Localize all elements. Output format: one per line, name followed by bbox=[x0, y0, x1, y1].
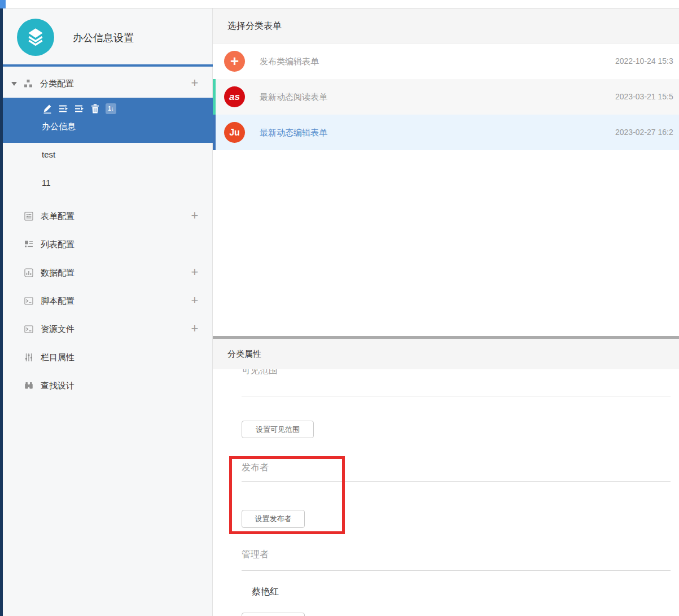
trash-icon[interactable] bbox=[90, 103, 100, 114]
set-publisher-button[interactable]: 设置发布者 bbox=[242, 510, 305, 528]
tree-item-label: 栏目属性 bbox=[41, 352, 75, 363]
list-icon bbox=[24, 240, 33, 249]
add-category-button[interactable]: + bbox=[185, 73, 205, 94]
sidebar-item-test[interactable]: test bbox=[42, 150, 55, 159]
form-row-latest-read[interactable]: as 最新动态阅读表单 2023-03-21 15:5 bbox=[213, 79, 679, 115]
sidebar-divider bbox=[3, 64, 213, 67]
list-arrow-icon[interactable] bbox=[58, 103, 69, 114]
edit-pencil-icon[interactable] bbox=[42, 103, 53, 114]
sidebar: 办公信息设置 分类配置 + bbox=[3, 8, 213, 616]
form-row-label: 最新动态阅读表单 bbox=[260, 79, 327, 115]
tree-item-label: 表单配置 bbox=[41, 211, 75, 222]
form-list-header: 选择分类表单 bbox=[213, 8, 679, 43]
properties-title: 分类属性 bbox=[227, 339, 261, 369]
set-manager-button[interactable] bbox=[242, 613, 305, 616]
add-script-button[interactable]: + bbox=[185, 291, 205, 311]
sidebar-item-category-config[interactable]: 分类配置 + bbox=[3, 73, 213, 94]
sidebar-item-list-config[interactable]: 列表配置 bbox=[3, 234, 213, 255]
sidebar-item-column-properties[interactable]: 栏目属性 bbox=[3, 347, 213, 368]
org-blocks-icon bbox=[24, 79, 33, 88]
manager-label: 管理者 bbox=[242, 549, 269, 561]
binoculars-icon bbox=[24, 381, 33, 390]
row-indicator-bar bbox=[213, 79, 216, 115]
sidebar-item-office-info-selected[interactable]: 1↓ 办公信息 bbox=[3, 98, 213, 143]
chart-icon bbox=[24, 268, 33, 277]
form-row-date: 2023-02-27 16:2 bbox=[615, 115, 673, 150]
manager-value: 蔡艳红 bbox=[252, 586, 279, 598]
sidebar-item-script-config[interactable]: 脚本配置 + bbox=[3, 291, 213, 311]
properties-form: 可见范围 设置可见范围 发布者 设置发布者 管理者 蔡艳红 bbox=[213, 369, 679, 616]
tree-item-label: 办公信息 bbox=[42, 121, 76, 132]
form-icon bbox=[24, 212, 33, 221]
caret-down-icon[interactable] bbox=[11, 82, 17, 86]
sliders-icon bbox=[24, 353, 33, 362]
layers-icon bbox=[25, 27, 46, 48]
form-row-label: 最新动态编辑表单 bbox=[260, 115, 327, 150]
tree-item-label: 数据配置 bbox=[41, 268, 75, 278]
tree-item-label: 分类配置 bbox=[40, 78, 74, 89]
tree-item-label: 资源文件 bbox=[41, 324, 75, 335]
app-logo bbox=[17, 19, 54, 56]
add-form-button[interactable]: + bbox=[185, 206, 205, 226]
app-title: 办公信息设置 bbox=[73, 31, 134, 45]
top-bar bbox=[0, 0, 679, 8]
form-row-date: 2023-03-21 15:5 bbox=[615, 79, 673, 115]
list-arrow-icon[interactable] bbox=[74, 103, 85, 114]
sidebar-item-data-config[interactable]: 数据配置 + bbox=[3, 263, 213, 283]
form-row-date: 2022-10-24 15:3 bbox=[615, 43, 673, 79]
sidebar-item-form-config[interactable]: 表单配置 + bbox=[3, 206, 213, 226]
terminal-icon bbox=[24, 325, 33, 334]
addthis-plus-icon: + bbox=[224, 51, 245, 72]
terminal-icon bbox=[24, 296, 33, 305]
field-underline bbox=[242, 396, 671, 396]
stumbleupon-icon: Ju bbox=[224, 122, 245, 143]
sidebar-item-11[interactable]: 11 bbox=[42, 178, 51, 187]
publisher-label: 发布者 bbox=[242, 462, 269, 474]
tree-item-label: 脚本配置 bbox=[41, 296, 75, 307]
properties-header: 分类属性 bbox=[213, 339, 679, 369]
set-visible-range-button[interactable]: 设置可见范围 bbox=[242, 421, 314, 438]
sidebar-item-resource-files[interactable]: 资源文件 + bbox=[3, 319, 213, 339]
tree-item-label: 列表配置 bbox=[41, 239, 75, 250]
main-panel: 选择分类表单 + 发布类编辑表单 2022-10-24 15:3 as 最新动态… bbox=[213, 8, 679, 616]
field-underline bbox=[242, 481, 671, 482]
visible-range-label: 可见范围 bbox=[242, 369, 278, 377]
sort-order-icon[interactable]: 1↓ bbox=[106, 103, 116, 114]
window-accent-square bbox=[0, 0, 6, 8]
field-underline bbox=[242, 570, 671, 571]
form-row-latest-edit-selected[interactable]: Ju 最新动态编辑表单 2023-02-27 16:2 bbox=[213, 115, 679, 150]
row-indicator-bar bbox=[213, 115, 216, 150]
form-list-title: 选择分类表单 bbox=[227, 8, 282, 43]
form-row-label: 发布类编辑表单 bbox=[260, 43, 319, 79]
sidebar-item-search-design[interactable]: 查找设计 bbox=[3, 375, 213, 396]
add-resource-button[interactable]: + bbox=[185, 319, 205, 339]
tree-item-label: 查找设计 bbox=[41, 381, 75, 391]
add-data-button[interactable]: + bbox=[185, 263, 205, 283]
lastfm-icon: as bbox=[224, 86, 245, 107]
form-row-publish-edit[interactable]: + 发布类编辑表单 2022-10-24 15:3 bbox=[213, 43, 679, 79]
